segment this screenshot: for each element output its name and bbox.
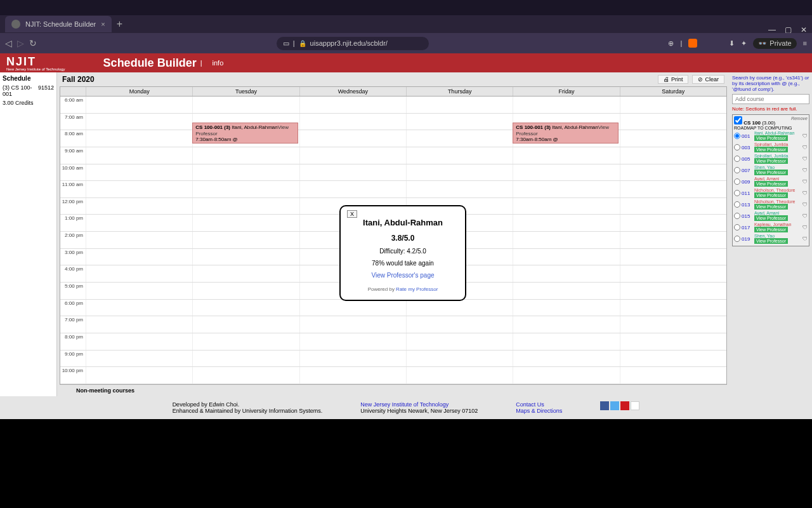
extensions-icon[interactable]: ✦	[741, 39, 747, 48]
section-row: 005Spirollari, JunildaView Professor🛡	[734, 153, 808, 164]
footer-dev: Developed by Edwin Choi.	[173, 401, 323, 408]
download-icon[interactable]: ⬇	[729, 39, 735, 48]
modal-close-button[interactable]: X	[347, 210, 357, 218]
section-radio[interactable]	[734, 144, 740, 150]
time-label: 7:00 pm	[60, 316, 86, 333]
view-professor-button[interactable]: View Professor	[754, 215, 788, 221]
view-professor-button[interactable]: View Professor	[754, 192, 788, 198]
course-search-panel: Search by course (e.g., 'cs341') or by i…	[730, 72, 812, 396]
section-radio[interactable]	[734, 236, 740, 242]
footer-njit-link[interactable]: New Jersey Institute of Technology	[360, 401, 478, 408]
view-professor-button[interactable]: View Professor	[754, 135, 788, 141]
menu-icon[interactable]: ≡	[803, 39, 807, 47]
modal-view-page-link[interactable]: View Professor's page	[353, 272, 452, 279]
section-number[interactable]: 017	[742, 225, 753, 231]
shield-icon[interactable]: 🛡	[802, 145, 808, 150]
footer-address: University Heights Newark, New Jersey 07…	[360, 408, 478, 414]
calendar-event-tue[interactable]: CS 100-001 (3) Itani, Abdul-RahmanView P…	[192, 123, 298, 144]
shield-icon[interactable]: 🛡	[802, 133, 808, 139]
section-number[interactable]: 005	[742, 156, 753, 162]
reload-button[interactable]: ↻	[29, 38, 37, 48]
day-header: Monday	[86, 87, 192, 96]
section-number[interactable]: 019	[742, 236, 753, 242]
section-radio[interactable]	[734, 224, 740, 231]
view-professor-button[interactable]: View Professor	[754, 147, 788, 152]
browser-tab[interactable]: NJIT: Schedule Builder ×	[5, 16, 112, 32]
shield-icon[interactable]: 🛡	[802, 202, 808, 208]
tab-title: NJIT: Schedule Builder	[25, 20, 96, 28]
view-professor-button[interactable]: View Professor	[754, 238, 788, 244]
shield-icon[interactable]: 🛡	[802, 213, 808, 219]
forward-button[interactable]: ▷	[17, 38, 24, 48]
url-bar[interactable]: ▭ | 🔒 uisapppr3.njit.edu/scbldr/	[277, 37, 429, 50]
flickr-icon[interactable]	[631, 401, 639, 410]
view-professor-button[interactable]: View Professor	[754, 170, 788, 175]
lock-icon: 🔒	[299, 40, 306, 47]
section-radio[interactable]	[734, 213, 740, 219]
section-radio[interactable]	[734, 167, 740, 173]
shield-icon[interactable]: 🛡	[802, 190, 808, 196]
shield-icon[interactable]: 🛡	[802, 179, 808, 185]
footer-enh: Enhanced & Maintained by University Info…	[173, 408, 323, 414]
section-row: 001Itani, Abdul-RahmanView Professor🛡	[734, 130, 808, 142]
rmp-link[interactable]: Rate my Professor	[396, 286, 438, 292]
time-label: 8:00 am	[60, 130, 86, 147]
zoom-icon[interactable]: ⊕	[668, 39, 674, 48]
section-number[interactable]: 009	[742, 179, 753, 185]
view-professor-button[interactable]: View Professor	[754, 204, 788, 210]
section-radio[interactable]	[734, 201, 740, 208]
section-number[interactable]: 001	[742, 133, 753, 139]
social-icons	[600, 401, 639, 414]
calendar-event-fri[interactable]: CS 100-001 (3) Itani, Abdul-RahmanView P…	[513, 123, 618, 144]
view-professor-button[interactable]: View Professor	[754, 158, 788, 164]
time-label: 5:00 pm	[60, 283, 86, 299]
section-row: 013Nicholson, TheodoreView Professor🛡	[734, 199, 808, 210]
view-professor-button[interactable]: View Professor	[754, 181, 788, 187]
shield-icon[interactable]: 🛡	[802, 225, 808, 231]
new-tab-button[interactable]: +	[117, 18, 122, 30]
print-button[interactable]: 🖨Print	[658, 75, 689, 84]
day-header: Wednesday	[299, 87, 406, 96]
modal-prof-name: Itani, Abdul-Rahman	[353, 218, 452, 227]
twitter-icon[interactable]	[610, 401, 619, 410]
section-row: 003Spirollari, JunildaView Professor🛡	[734, 142, 808, 153]
section-number[interactable]: 011	[742, 190, 753, 196]
time-label: 10:00 pm	[60, 367, 86, 384]
course-code: CS 100	[743, 120, 761, 126]
footer-maps-link[interactable]: Maps & Directions	[516, 408, 562, 414]
day-header: Saturday	[620, 87, 726, 96]
shield-icon[interactable]: 🛡	[802, 236, 808, 242]
nonmeeting-label: Non-meeting courses	[57, 385, 730, 396]
shield-icon[interactable]: 🛡	[802, 168, 808, 173]
facebook-icon[interactable]	[600, 401, 609, 410]
remove-course-link[interactable]: Remove	[791, 116, 808, 121]
clear-button[interactable]: ⊘Clear	[692, 75, 724, 84]
section-number[interactable]: 003	[742, 145, 753, 150]
shield-icon[interactable]: 🛡	[802, 156, 808, 162]
section-prof-name: Shen, Yao	[754, 234, 801, 238]
professor-modal: X Itani, Abdul-Rahman 3.8/5.0 Difficulty…	[339, 205, 466, 301]
back-button[interactable]: ◁	[5, 38, 12, 48]
section-radio[interactable]	[734, 190, 740, 196]
section-number[interactable]: 007	[742, 168, 753, 173]
youtube-icon[interactable]	[620, 401, 629, 410]
section-row: 011Nicholson, TheodoreView Professor🛡	[734, 187, 808, 199]
close-icon[interactable]: ×	[101, 20, 105, 28]
view-professor-button[interactable]: View Professor	[754, 227, 788, 232]
schedule-course[interactable]: (3) CS 100-001	[3, 84, 38, 97]
modal-rating: 3.8/5.0	[353, 234, 452, 243]
section-radio[interactable]	[734, 156, 740, 162]
section-radio[interactable]	[734, 178, 740, 185]
section-radio[interactable]	[734, 133, 740, 139]
brave-shield-icon[interactable]	[688, 39, 697, 48]
bookmark-icon[interactable]: ▭	[283, 39, 289, 48]
section-prof-name: Nicholson, Theodore	[754, 199, 801, 204]
add-course-input[interactable]	[732, 94, 809, 104]
info-link[interactable]: info	[213, 59, 224, 67]
section-number[interactable]: 015	[742, 213, 753, 219]
footer-contact-link[interactable]: Contact Us	[516, 401, 562, 408]
mask-icon: 👓	[758, 39, 767, 48]
section-number[interactable]: 013	[742, 202, 753, 208]
section-prof-name: Ayad, Amani	[754, 211, 801, 215]
course-checkbox[interactable]	[734, 116, 742, 124]
